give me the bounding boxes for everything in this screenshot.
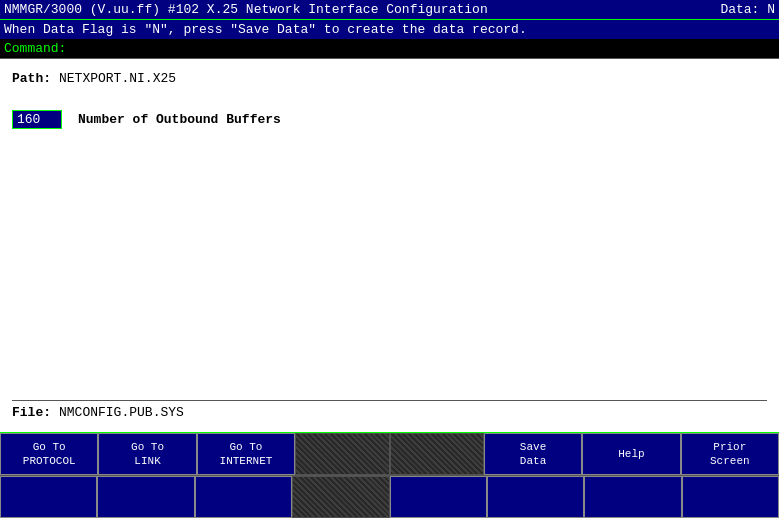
info-bar: When Data Flag is "N", press "Save Data"… <box>0 20 779 39</box>
path-value: NETXPORT.NI.X25 <box>59 71 176 86</box>
button-row2-1[interactable] <box>97 476 194 518</box>
button-bar-1: Go ToPROTOCOLGo ToLINKGo ToINTERNETSaveD… <box>0 432 779 475</box>
button-placeholder-3 <box>295 433 389 475</box>
outbound-buffers-label: Number of Outbound Buffers <box>78 112 281 127</box>
path-row: Path: NETXPORT.NI.X25 <box>12 71 767 86</box>
command-label: Command: <box>4 41 66 56</box>
field-row: 160 Number of Outbound Buffers <box>12 110 767 129</box>
title-left: NMMGR/3000 (V.uu.ff) #102 X.25 Network I… <box>4 2 488 17</box>
title-right: Data: N <box>720 2 775 17</box>
button-7[interactable]: PriorScreen <box>681 433 779 475</box>
file-value: NMCONFIG.PUB.SYS <box>59 405 184 420</box>
outbound-buffers-input[interactable]: 160 <box>12 110 62 129</box>
button-row2-7[interactable] <box>682 476 779 518</box>
command-bar: Command: <box>0 39 779 59</box>
button-row2-4[interactable] <box>390 476 487 518</box>
button-0[interactable]: Go ToPROTOCOL <box>0 433 98 475</box>
file-row: File: NMCONFIG.PUB.SYS <box>12 400 767 424</box>
button-row2-5[interactable] <box>487 476 584 518</box>
button-row2-6[interactable] <box>584 476 681 518</box>
info-text: When Data Flag is "N", press "Save Data"… <box>4 22 527 37</box>
button-bar-2 <box>0 475 779 518</box>
file-label: File: <box>12 405 51 420</box>
button-row2-placeholder-3 <box>292 476 389 518</box>
button-1[interactable]: Go ToLINK <box>98 433 196 475</box>
terminal-screen: NMMGR/3000 (V.uu.ff) #102 X.25 Network I… <box>0 0 779 518</box>
button-row2-0[interactable] <box>0 476 97 518</box>
button-5[interactable]: SaveData <box>484 433 582 475</box>
title-bar: NMMGR/3000 (V.uu.ff) #102 X.25 Network I… <box>0 0 779 20</box>
button-6[interactable]: Help <box>582 433 680 475</box>
button-2[interactable]: Go ToINTERNET <box>197 433 295 475</box>
main-content: Path: NETXPORT.NI.X25 160 Number of Outb… <box>0 59 779 432</box>
button-row2-2[interactable] <box>195 476 292 518</box>
button-placeholder-4 <box>390 433 484 475</box>
path-label: Path: <box>12 71 51 86</box>
